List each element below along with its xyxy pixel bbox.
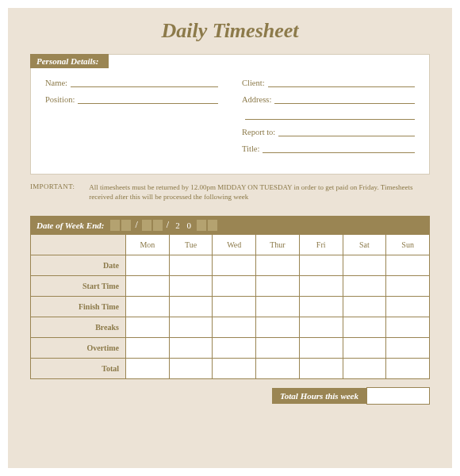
grid-cell[interactable] xyxy=(126,317,170,338)
input-position-line[interactable] xyxy=(78,96,218,104)
grid-cell[interactable] xyxy=(256,255,300,276)
field-report-to: Report to: xyxy=(242,128,415,136)
date-cell[interactable] xyxy=(153,220,163,231)
grid-cell[interactable] xyxy=(169,317,213,338)
grid-cell[interactable] xyxy=(256,359,300,379)
date-cell[interactable] xyxy=(197,220,206,231)
day-header: Wed xyxy=(213,235,256,255)
grid-cell[interactable] xyxy=(386,338,430,359)
grid-cell[interactable] xyxy=(256,338,300,359)
input-client-line[interactable] xyxy=(268,79,415,87)
row-label: Overtime xyxy=(31,338,126,359)
input-title-line[interactable] xyxy=(263,145,415,153)
timesheet-grid: Mon Tue Wed Thur Fri Sat Sun Date Start … xyxy=(30,234,430,379)
grid-cell[interactable] xyxy=(169,297,213,317)
week-end-bar: Date of Week End: / / 2 0 xyxy=(30,216,430,234)
grid-cell[interactable] xyxy=(343,255,386,276)
grid-header-row: Mon Tue Wed Thur Fri Sat Sun xyxy=(31,235,430,255)
field-position: Position: xyxy=(45,95,218,104)
date-cell[interactable] xyxy=(208,220,217,231)
grid-cell[interactable] xyxy=(343,338,386,359)
grid-cell[interactable] xyxy=(299,255,343,276)
label-address: Address: xyxy=(242,95,271,104)
grid-cell[interactable] xyxy=(386,255,430,276)
grid-cell[interactable] xyxy=(386,317,430,338)
field-name: Name: xyxy=(45,79,218,87)
important-note: IMPORTANT: All timesheets must be return… xyxy=(30,182,430,202)
field-address: Address: xyxy=(242,95,415,104)
grid-cell[interactable] xyxy=(126,297,170,317)
slash-icon: / xyxy=(164,219,171,231)
grid-cell[interactable] xyxy=(126,255,170,276)
grid-cell[interactable] xyxy=(299,276,343,297)
grid-row-total: Total xyxy=(31,359,430,379)
grid-cell[interactable] xyxy=(299,338,343,359)
grid-cell[interactable] xyxy=(386,276,430,297)
total-hours-bar: Total Hours this week xyxy=(30,387,430,405)
grid-cell[interactable] xyxy=(169,338,213,359)
grid-cell[interactable] xyxy=(126,338,170,359)
row-label: Start Time xyxy=(31,276,126,297)
grid-cell[interactable] xyxy=(169,255,213,276)
day-header: Mon xyxy=(126,235,170,255)
grid-cell[interactable] xyxy=(213,276,256,297)
grid-cell[interactable] xyxy=(256,276,300,297)
label-title: Title: xyxy=(242,144,259,153)
grid-cell[interactable] xyxy=(343,297,386,317)
grid-cell[interactable] xyxy=(126,276,170,297)
grid-cell[interactable] xyxy=(126,359,170,379)
timesheet-page: Daily Timesheet Personal Details: Name: … xyxy=(8,8,452,468)
grid-cell[interactable] xyxy=(256,317,300,338)
day-header: Tue xyxy=(169,235,213,255)
label-report-to: Report to: xyxy=(242,128,275,136)
slash-icon: / xyxy=(132,219,140,231)
field-address2 xyxy=(242,112,415,120)
grid-row-finish: Finish Time xyxy=(31,297,430,317)
row-label: Breaks xyxy=(31,317,126,338)
field-title: Title: xyxy=(242,144,415,153)
grid-cell[interactable] xyxy=(386,359,430,379)
total-hours-box[interactable] xyxy=(366,387,430,405)
personal-details-heading: Personal Details: xyxy=(30,54,109,68)
personal-right-column: Client: Address: Report to: Title: xyxy=(242,72,415,161)
grid-cell[interactable] xyxy=(299,317,343,338)
date-cell[interactable] xyxy=(121,220,131,231)
grid-cell[interactable] xyxy=(213,317,256,338)
grid-cell[interactable] xyxy=(256,297,300,317)
date-cell[interactable] xyxy=(142,220,151,231)
grid-cell[interactable] xyxy=(299,359,343,379)
grid-row-date: Date xyxy=(31,255,430,276)
important-label: IMPORTANT: xyxy=(30,182,75,202)
day-header: Fri xyxy=(299,235,343,255)
grid-cell[interactable] xyxy=(213,338,256,359)
row-label: Date xyxy=(31,255,126,276)
grid-cell[interactable] xyxy=(213,359,256,379)
grid-cell[interactable] xyxy=(299,297,343,317)
grid-row-start: Start Time xyxy=(31,276,430,297)
label-client: Client: xyxy=(242,79,265,87)
grid-cell[interactable] xyxy=(213,297,256,317)
input-address-line[interactable] xyxy=(274,96,415,104)
grid-cell[interactable] xyxy=(169,359,213,379)
label-position: Position: xyxy=(45,95,75,104)
grid-row-breaks: Breaks xyxy=(31,317,430,338)
grid-cell[interactable] xyxy=(343,317,386,338)
grid-corner xyxy=(31,235,126,255)
input-name-line[interactable] xyxy=(71,79,218,87)
date-cell[interactable] xyxy=(110,220,120,231)
personal-details-panel: Personal Details: Name: Position: Client… xyxy=(30,54,430,175)
important-text: All timesheets must be returned by 12.00… xyxy=(89,182,430,202)
grid-cell[interactable] xyxy=(386,297,430,317)
day-header: Sat xyxy=(343,235,386,255)
label-name: Name: xyxy=(45,79,67,87)
week-end-date-input[interactable]: / / 2 0 xyxy=(110,219,217,231)
grid-cell[interactable] xyxy=(343,359,386,379)
grid-cell[interactable] xyxy=(343,276,386,297)
grid-cell[interactable] xyxy=(169,276,213,297)
week-end-label: Date of Week End: xyxy=(36,221,104,230)
grid-cell[interactable] xyxy=(213,255,256,276)
personal-left-column: Name: Position: xyxy=(45,72,218,161)
field-client: Client: xyxy=(242,79,415,87)
input-address2-line[interactable] xyxy=(245,112,415,120)
input-report-to-line[interactable] xyxy=(278,129,415,136)
